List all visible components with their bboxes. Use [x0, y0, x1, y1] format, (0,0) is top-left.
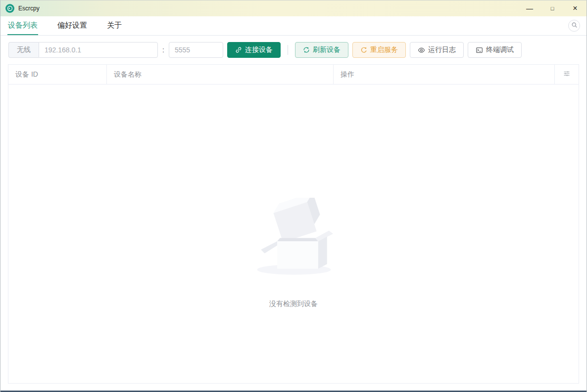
tab-device-list[interactable]: 设备列表: [7, 16, 38, 35]
maximize-button[interactable]: □: [541, 0, 564, 16]
tab-label: 设备列表: [8, 21, 38, 30]
port-input[interactable]: [169, 42, 223, 58]
device-table: 设备 ID 设备名称 操作: [8, 64, 579, 384]
connection-toolbar: 无线 : 连接设备: [0, 36, 587, 64]
link-icon: [235, 46, 242, 53]
search-icon: [571, 22, 578, 30]
window-bottom-padding: [0, 384, 587, 391]
titlebar: Escrcpy — □ ×: [0, 0, 587, 16]
run-logs-label: 运行日志: [428, 45, 456, 54]
empty-state-text: 没有检测到设备: [269, 300, 318, 308]
window-controls: — □ ×: [518, 0, 587, 16]
ip-port-separator: :: [162, 46, 164, 54]
app-logo-icon: [5, 4, 14, 13]
toolbar-divider: [288, 45, 288, 55]
tab-about[interactable]: 关于: [106, 16, 122, 35]
terminal-debug-button[interactable]: 终端调试: [468, 42, 522, 58]
connect-device-button[interactable]: 连接设备: [227, 42, 281, 58]
titlebar-left: Escrcpy: [0, 4, 40, 13]
tab-preferences[interactable]: 偏好设置: [57, 16, 88, 35]
restart-service-button[interactable]: 重启服务: [352, 42, 406, 58]
column-settings-button[interactable]: [555, 65, 579, 84]
restart-service-label: 重启服务: [370, 45, 398, 54]
column-header-operations: 操作: [334, 65, 555, 84]
view-eye-icon: [418, 46, 425, 54]
app-window: Escrcpy — □ × 设备列表 偏好设置 关于: [0, 0, 587, 392]
refresh-right-icon: [360, 46, 367, 53]
terminal-debug-label: 终端调试: [486, 45, 514, 54]
tab-label: 关于: [107, 21, 122, 30]
minimize-button[interactable]: —: [518, 0, 541, 16]
tabbar: 设备列表 偏好设置 关于: [0, 16, 587, 36]
search-button[interactable]: [568, 20, 580, 32]
empty-box-illustration: [254, 198, 333, 278]
run-logs-button[interactable]: 运行日志: [410, 42, 464, 58]
wireless-label: 无线: [8, 42, 39, 58]
column-header-device-name: 设备名称: [107, 65, 334, 84]
connect-device-label: 连接设备: [245, 45, 273, 54]
ip-input-group: 无线: [8, 42, 158, 58]
device-table-body-empty: 没有检测到设备: [8, 85, 579, 383]
operation-sliders-icon: [563, 70, 571, 79]
column-header-device-id: 设备 ID: [8, 65, 107, 84]
refresh-devices-label: 刷新设备: [313, 45, 341, 54]
tab-label: 偏好设置: [57, 21, 87, 30]
refresh-devices-button[interactable]: 刷新设备: [295, 42, 348, 58]
close-button[interactable]: ×: [564, 0, 587, 16]
terminal-icon: [476, 46, 483, 54]
app-title: Escrcpy: [18, 5, 40, 12]
device-table-header: 设备 ID 设备名称 操作: [8, 65, 579, 85]
refresh-icon: [303, 46, 310, 53]
ip-address-input[interactable]: [39, 42, 158, 58]
